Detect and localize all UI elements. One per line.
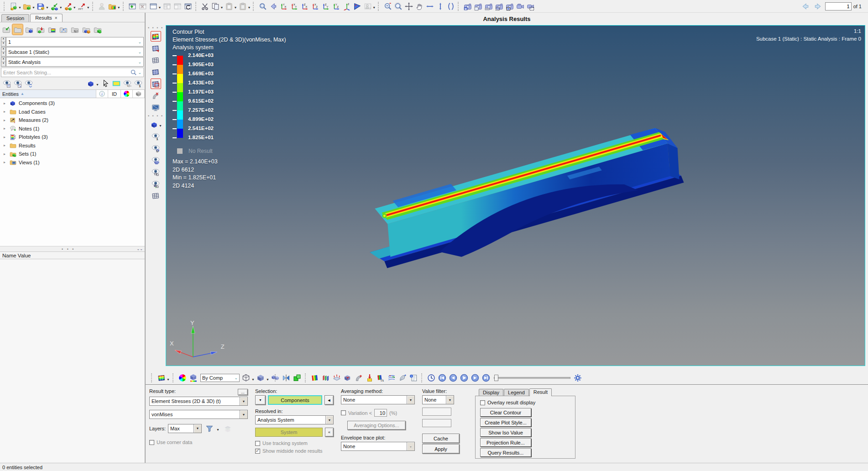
- expand-arrow-icon[interactable]: ▸: [4, 152, 7, 156]
- tracking-dish-icon[interactable]: [397, 373, 408, 383]
- info-column-header[interactable]: i: [96, 90, 108, 98]
- envelope-trace-select[interactable]: None⌄: [341, 442, 415, 451]
- averaging-options-button[interactable]: Averaging Options...: [347, 421, 406, 430]
- slider-handle[interactable]: [494, 375, 498, 381]
- tree-item-sets[interactable]: ▸Sets (1): [0, 150, 145, 158]
- eye-group-icon[interactable]: [151, 155, 161, 165]
- save-file-caret-icon[interactable]: ▼: [46, 6, 49, 9]
- component-display-caret-icon[interactable]: ▼: [159, 124, 162, 127]
- page-number-input[interactable]: [825, 2, 852, 10]
- result-component-select[interactable]: vonMises▼: [149, 410, 248, 419]
- search-options-chevron-icon[interactable]: ⌄: [138, 70, 141, 75]
- collapse-system-button[interactable]: «: [325, 428, 334, 437]
- layer-filter-funnel-icon[interactable]: [204, 423, 214, 434]
- video-camera-icon[interactable]: [515, 1, 525, 11]
- search-input[interactable]: Enter Search String... ⌄: [1, 68, 144, 77]
- delete-page-icon[interactable]: [138, 1, 148, 11]
- contour-folder-icon[interactable]: [47, 24, 57, 35]
- averaging-method-select[interactable]: None▼: [341, 395, 415, 404]
- deformed-panel-icon[interactable]: [151, 43, 161, 53]
- entities-column-header[interactable]: Entities▲: [0, 90, 96, 98]
- cube-contour-icon[interactable]: [188, 373, 199, 383]
- eye-outline-icon[interactable]: [151, 167, 161, 177]
- expand-arrow-icon[interactable]: ▸: [4, 160, 7, 164]
- tree-item-results[interactable]: ▸Results: [0, 141, 145, 150]
- tab-legend[interactable]: Legend: [504, 389, 529, 396]
- rotate-braces-icon[interactable]: [445, 1, 456, 11]
- open-file-icon[interactable]: [22, 1, 32, 11]
- eye-swap-icon[interactable]: [151, 178, 161, 189]
- next-page-arrow-icon[interactable]: [813, 1, 823, 11]
- shaded-cube-caret-icon[interactable]: ▼: [266, 378, 269, 381]
- expand-arrow-icon[interactable]: ▸: [4, 143, 7, 147]
- mesh-lines-panel-icon[interactable]: [151, 55, 161, 65]
- shaded-cube-icon[interactable]: [256, 373, 266, 383]
- page-spinner[interactable]: ▲▼: [1, 37, 6, 47]
- geometry-folder-icon[interactable]: [69, 24, 80, 35]
- move-cross-icon[interactable]: [403, 1, 414, 11]
- anim-next-icon[interactable]: [470, 373, 481, 383]
- overlap-squares-icon[interactable]: [292, 373, 303, 383]
- material-column-header[interactable]: [133, 90, 145, 98]
- anim-prev-icon[interactable]: [448, 373, 459, 383]
- value-filter-select[interactable]: None▼: [422, 395, 454, 404]
- component-display-icon[interactable]: [85, 78, 96, 89]
- projection-rule-button[interactable]: Projection Rule...: [480, 438, 531, 447]
- open-file-caret-icon[interactable]: ▼: [32, 6, 35, 9]
- tree-item-components[interactable]: ▸Components (3): [0, 99, 145, 108]
- expand-arrow-icon[interactable]: ▸: [4, 135, 7, 139]
- contour-panel-icon[interactable]: [151, 31, 161, 42]
- eye-pick-icon[interactable]: [151, 143, 161, 153]
- paste-caret-icon[interactable]: ▼: [234, 6, 237, 9]
- axis-yx-icon[interactable]: YX: [278, 1, 289, 11]
- section-triangles-icon[interactable]: [281, 373, 292, 383]
- show-midside-node-checkbox[interactable]: [255, 449, 260, 454]
- subcase-selector[interactable]: Subcase 1 (Static)⌄: [6, 47, 144, 57]
- tree-item-views[interactable]: ▸Views (1): [0, 158, 145, 167]
- publish-ppt-caret-icon[interactable]: ▼: [87, 6, 90, 9]
- import-result-folder-icon[interactable]: [35, 24, 46, 35]
- copy-icon[interactable]: [210, 1, 221, 11]
- loadstep-selector[interactable]: Static Analysis⌄: [6, 57, 144, 67]
- component-display-caret-icon[interactable]: ▼: [96, 83, 99, 86]
- iso-planes-icon[interactable]: [321, 373, 331, 383]
- assemblies-folder-icon[interactable]: [81, 24, 91, 35]
- add-page-icon[interactable]: [127, 1, 138, 11]
- capture-person-caret-icon[interactable]: ▼: [372, 6, 376, 9]
- user-profile-icon[interactable]: [97, 1, 107, 11]
- axis-iso-icon[interactable]: Z: [341, 1, 352, 11]
- entity-type-arrow-button[interactable]: ▼: [255, 395, 266, 405]
- query-info-icon[interactable]: i: [408, 373, 419, 383]
- variation-checkbox[interactable]: [341, 410, 346, 415]
- filter-min-input[interactable]: [422, 408, 451, 416]
- animation-slider[interactable]: [494, 374, 570, 382]
- slider-track[interactable]: [494, 377, 570, 379]
- pan-hand-icon[interactable]: [414, 1, 424, 11]
- clear-contour-button[interactable]: Clear Contour: [480, 408, 531, 417]
- expand-arrow-icon[interactable]: ▸: [4, 110, 7, 114]
- color-wheel-icon[interactable]: [178, 373, 188, 383]
- create-plot-style-button[interactable]: Create Plot Style...: [480, 418, 531, 427]
- arrow-vertical-icon[interactable]: [435, 1, 445, 11]
- animation-clock-icon[interactable]: [426, 373, 437, 383]
- color-column-header[interactable]: [121, 90, 133, 98]
- mesh-bottom-panel-icon[interactable]: [151, 190, 161, 201]
- collapse-chevron-icon[interactable]: ⌄⌄: [137, 247, 145, 251]
- swap-visibility-eye-icon[interactable]: [23, 78, 34, 89]
- variation-value-input[interactable]: 10: [374, 409, 387, 417]
- expand-arrow-icon[interactable]: ▸: [4, 118, 7, 122]
- page-window-icon[interactable]: [148, 1, 159, 11]
- apply-load-icon[interactable]: [365, 373, 375, 383]
- load-results-folder-icon[interactable]: [1, 24, 11, 35]
- overlay-result-checkbox[interactable]: [480, 400, 485, 405]
- layers-select[interactable]: Max▼: [168, 424, 202, 433]
- import-model-caret-icon[interactable]: ▼: [59, 6, 63, 9]
- view-plane-icon[interactable]: [352, 1, 362, 11]
- tensor-cube-icon[interactable]: [343, 373, 353, 383]
- video-region-icon[interactable]: [525, 1, 536, 11]
- cache-button[interactable]: Cache: [422, 434, 460, 443]
- display-mode-select[interactable]: By Comp⌄: [200, 374, 240, 382]
- cut-icon[interactable]: [200, 1, 210, 11]
- zoom-region-icon[interactable]: [257, 1, 268, 11]
- eye-one-icon[interactable]: 1: [133, 78, 143, 89]
